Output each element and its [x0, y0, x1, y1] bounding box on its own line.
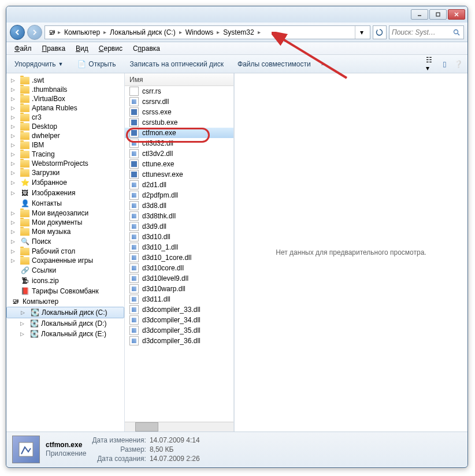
file-icon — [129, 128, 139, 137]
file-row[interactable]: d3d10warp.dll — [125, 284, 233, 294]
file-row[interactable]: d3dcompiler_34.dll — [125, 315, 233, 325]
maximize-button[interactable] — [429, 9, 447, 20]
file-row[interactable]: cttune.exe — [125, 159, 233, 169]
breadcrumb[interactable]: 🖳 ▸ Компьютер ▸ Локальный диск (C:) ▸ Wi… — [44, 25, 370, 39]
burn-button[interactable]: Записать на оптический диск — [126, 59, 227, 69]
crumb-system32[interactable]: System32 — [221, 28, 256, 36]
crumb-drive[interactable]: Локальный диск (C:) — [107, 28, 178, 36]
search-box[interactable] — [389, 25, 464, 39]
file-list[interactable]: Имя csrr.rscsrsrv.dllcsrss.execsrstub.ex… — [125, 73, 235, 432]
refresh-button[interactable] — [373, 25, 387, 39]
menu-файл[interactable]: Файл — [10, 43, 36, 54]
file-row[interactable]: d3dcompiler_33.dll — [125, 304, 233, 315]
sidebar-item[interactable]: .thumbnails — [6, 85, 124, 94]
file-row[interactable]: d3d10_1.dll — [125, 242, 233, 252]
file-row[interactable]: d3d10.dll — [125, 232, 233, 242]
file-row[interactable]: d2d1.dll — [125, 180, 233, 190]
file-row[interactable]: ctl3dv2.dll — [125, 148, 233, 159]
help-button[interactable]: ❔ — [454, 60, 463, 69]
file-row[interactable]: csrstub.exe — [125, 117, 233, 128]
sidebar-item[interactable]: 💽Локальный диск (C:) — [6, 307, 124, 318]
file-row[interactable]: ctfmon.exe — [125, 128, 233, 138]
file-icon — [129, 243, 139, 252]
sidebar-item[interactable]: Загрузки — [6, 168, 124, 177]
file-row[interactable]: ctl3d32.dll — [125, 138, 233, 148]
sidebar-item[interactable]: .VirtualBox — [6, 94, 124, 103]
sidebar-item-label: Рабочий стол — [32, 247, 75, 255]
sidebar-item[interactable]: Aptana Rubles — [6, 103, 124, 113]
sidebar-item[interactable]: 🗜icons.zip — [6, 276, 124, 286]
file-name: d3d10_1.dll — [142, 243, 178, 251]
sidebar-item[interactable]: ⭐Избранное — [6, 177, 124, 188]
preview-pane-button[interactable]: ▯ — [440, 60, 449, 69]
minimize-button[interactable] — [411, 9, 428, 20]
file-row[interactable]: csrss.exe — [125, 107, 233, 117]
sidebar-tree[interactable]: .swt.thumbnails.VirtualBoxAptana Rublesc… — [6, 73, 125, 432]
menu-правка[interactable]: Правка — [38, 43, 70, 54]
forward-button[interactable] — [27, 25, 42, 40]
sidebar-item[interactable]: 👤Контакты — [6, 198, 124, 209]
sidebar-item[interactable]: Мои видеозаписи — [6, 209, 124, 218]
sidebar-item[interactable]: cr3 — [6, 113, 124, 122]
horizontal-scrollbar[interactable] — [125, 422, 233, 432]
sidebar-item[interactable]: WebstormProjects — [6, 159, 124, 168]
file-row[interactable]: csrr.rs — [125, 86, 233, 96]
file-row[interactable]: d3dcompiler_36.dll — [125, 336, 233, 346]
file-row[interactable]: d3d10core.dll — [125, 263, 233, 273]
file-icon — [129, 211, 139, 221]
sidebar-item[interactable]: 🖳Компьютер — [6, 296, 124, 307]
star-icon: ⭐ — [20, 178, 29, 187]
file-row[interactable]: d3d8thk.dll — [125, 211, 233, 221]
sidebar-item-label: .swt — [32, 76, 44, 84]
sidebar-item[interactable]: Tracing — [6, 150, 124, 159]
view-mode-button[interactable]: ☷ ▾ — [426, 60, 435, 69]
search-input[interactable] — [392, 28, 452, 36]
file-row[interactable]: d3d9.dll — [125, 221, 233, 232]
file-icon — [129, 326, 139, 335]
open-button[interactable]: 📄Открыть — [73, 58, 119, 70]
nav-bar: 🖳 ▸ Компьютер ▸ Локальный диск (C:) ▸ Wi… — [6, 23, 467, 42]
menu-вид[interactable]: Вид — [71, 43, 93, 54]
file-name: csrstub.exe — [142, 118, 177, 127]
scrollbar-thumb[interactable] — [135, 422, 158, 432]
breadcrumb-dropdown[interactable]: ▾ — [355, 26, 368, 39]
sidebar-item[interactable]: 💽Локальный диск (D:) — [6, 318, 124, 329]
sidebar-item[interactable]: Мои документы — [6, 218, 124, 227]
organize-button[interactable]: Упорядочить ▼ — [11, 59, 66, 69]
sidebar-item[interactable]: Desktop — [6, 122, 124, 131]
menu-справка[interactable]: Справка — [128, 43, 165, 54]
file-row[interactable]: csrsrv.dll — [125, 96, 233, 107]
crumb-windows[interactable]: Windows — [183, 28, 216, 36]
file-icon — [129, 107, 139, 117]
more-chevron-icon[interactable]: » — [321, 61, 325, 67]
sidebar-item[interactable]: .swt — [6, 76, 124, 85]
sidebar-item-label: icons.zip — [32, 277, 59, 285]
sidebar-item[interactable]: 🔗Ссылки — [6, 265, 124, 276]
compat-files-button[interactable]: Файлы совместимости — [234, 59, 314, 69]
sidebar-item[interactable]: Сохраненные игры — [6, 256, 124, 265]
file-icon — [129, 336, 139, 345]
back-button[interactable] — [10, 25, 25, 40]
sidebar-item[interactable]: IBM — [6, 140, 124, 150]
menu-сервис[interactable]: Сервис — [94, 43, 127, 54]
column-header-name[interactable]: Имя — [125, 73, 233, 86]
file-row[interactable]: d2pdfpm.dll — [125, 190, 233, 200]
file-row[interactable]: d3d8.dll — [125, 200, 233, 211]
crumb-computer[interactable]: Компьютер — [62, 28, 102, 36]
sidebar-item[interactable]: 📕Тарифы Совкомбанк — [6, 286, 124, 296]
folder-icon — [20, 160, 29, 168]
file-row[interactable]: d3d10level9.dll — [125, 273, 233, 284]
sidebar-item[interactable]: dwhelper — [6, 131, 124, 140]
file-row[interactable]: d3d10_1core.dll — [125, 252, 233, 263]
close-button[interactable] — [448, 9, 465, 20]
file-row[interactable]: d3dcompiler_35.dll — [125, 325, 233, 336]
sidebar-item[interactable]: Моя музыка — [6, 227, 124, 236]
chevron-right-icon: ▸ — [179, 29, 182, 35]
file-row[interactable]: cttunesvr.exe — [125, 169, 233, 180]
folder-icon — [20, 114, 29, 121]
sidebar-item[interactable]: Рабочий стол — [6, 247, 124, 256]
sidebar-item[interactable]: 🖼Изображения — [6, 188, 124, 198]
file-row[interactable]: d3d11.dll — [125, 294, 233, 304]
sidebar-item[interactable]: 💽Локальный диск (E:) — [6, 329, 124, 339]
sidebar-item[interactable]: 🔍Поиск — [6, 236, 124, 247]
